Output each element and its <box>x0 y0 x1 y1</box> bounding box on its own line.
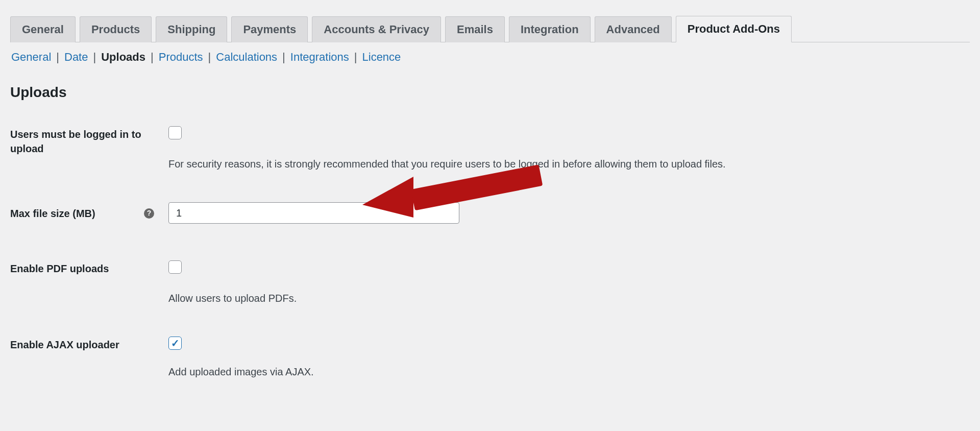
desc-enable-pdf: Allow users to upload PDFs. <box>168 291 970 306</box>
separator: | <box>282 51 285 64</box>
field-logged-in: For security reasons, it is strongly rec… <box>168 126 970 172</box>
separator: | <box>208 51 211 64</box>
row-max-file-size: Max file size (MB) ? <box>10 202 970 224</box>
tab-emails[interactable]: Emails <box>445 16 505 42</box>
separator: | <box>354 51 357 64</box>
sub-tabs: General | Date | Uploads | Products | Ca… <box>10 51 970 64</box>
field-enable-ajax: Add uploaded images via AJAX. <box>168 337 970 379</box>
label-enable-pdf: Enable PDF uploads <box>10 260 168 276</box>
checkbox-enable-ajax[interactable] <box>168 337 182 350</box>
checkbox-enable-pdf[interactable] <box>168 260 182 274</box>
field-enable-pdf: Allow users to upload PDFs. <box>168 260 970 306</box>
tab-payments[interactable]: Payments <box>231 16 308 42</box>
subtab-uploads[interactable]: Uploads <box>100 51 146 64</box>
tab-integration[interactable]: Integration <box>509 16 591 42</box>
help-icon[interactable]: ? <box>144 208 154 219</box>
section-title: Uploads <box>10 84 970 101</box>
tab-accounts-privacy[interactable]: Accounts & Privacy <box>312 16 441 42</box>
subtab-licence[interactable]: Licence <box>361 51 402 64</box>
tab-product-add-ons[interactable]: Product Add-Ons <box>676 16 792 42</box>
subtab-products[interactable]: Products <box>158 51 204 64</box>
label-logged-in: Users must be logged in to upload <box>10 126 168 156</box>
subtab-date[interactable]: Date <box>63 51 89 64</box>
subtab-general[interactable]: General <box>10 51 52 64</box>
field-max-file-size <box>168 202 970 224</box>
label-enable-ajax: Enable AJAX uploader <box>10 337 168 352</box>
subtab-calculations[interactable]: Calculations <box>215 51 278 64</box>
checkbox-logged-in[interactable] <box>168 126 182 139</box>
main-tabs: General Products Shipping Payments Accou… <box>10 15 970 42</box>
label-max-file-size-text: Max file size (MB) <box>10 206 95 221</box>
desc-logged-in: For security reasons, it is strongly rec… <box>168 156 970 172</box>
subtab-integrations[interactable]: Integrations <box>289 51 350 64</box>
separator: | <box>151 51 154 64</box>
row-enable-ajax: Enable AJAX uploader Add uploaded images… <box>10 337 970 379</box>
tab-shipping[interactable]: Shipping <box>156 16 227 42</box>
separator: | <box>93 51 96 64</box>
label-max-file-size: Max file size (MB) ? <box>10 205 168 221</box>
input-max-file-size[interactable] <box>168 202 459 224</box>
desc-enable-ajax: Add uploaded images via AJAX. <box>168 364 970 379</box>
tab-general[interactable]: General <box>10 16 76 42</box>
row-enable-pdf: Enable PDF uploads Allow users to upload… <box>10 260 970 306</box>
tab-products[interactable]: Products <box>80 16 152 42</box>
separator: | <box>56 51 59 64</box>
row-logged-in: Users must be logged in to upload For se… <box>10 126 970 172</box>
tab-advanced[interactable]: Advanced <box>595 16 672 42</box>
